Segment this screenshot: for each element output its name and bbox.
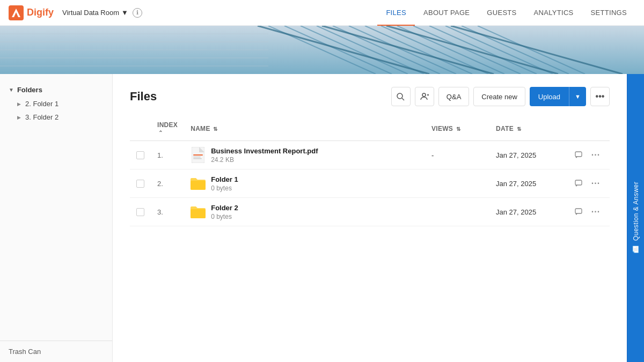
- col-header-check: [130, 117, 151, 141]
- vdr-selector[interactable]: Virtual Data Room ▼: [62, 9, 128, 17]
- invite-button[interactable]: [415, 87, 434, 106]
- row-views-cell: [425, 169, 489, 198]
- row-more-button[interactable]: ···: [588, 147, 603, 162]
- row-views-cell: -: [425, 141, 489, 169]
- file-size: 0 bytes: [211, 213, 238, 220]
- svg-rect-34: [193, 158, 202, 159]
- hero-image: [0, 26, 644, 74]
- nav-link-about[interactable]: ABOUT PAGE: [415, 0, 478, 26]
- row-comment-button[interactable]: [571, 204, 586, 219]
- qa-side-panel[interactable]: 📄 Question & Answer: [627, 74, 644, 362]
- sort-icon: ⇅: [213, 126, 217, 132]
- col-header-date[interactable]: DATE ⇅: [489, 117, 565, 141]
- row-index-cell: 3.: [151, 198, 184, 226]
- row-checkbox[interactable]: [136, 208, 144, 216]
- search-icon: [397, 93, 405, 101]
- row-checkbox[interactable]: [136, 151, 144, 159]
- svg-rect-33: [193, 157, 201, 158]
- more-options-button[interactable]: •••: [590, 87, 610, 106]
- row-actions-cell: ···: [565, 198, 610, 226]
- sidebar-item-folder1[interactable]: ▶ 2. Folder 1: [0, 97, 112, 110]
- svg-rect-36: [191, 181, 206, 190]
- upload-dropdown-button[interactable]: ▼: [569, 87, 586, 106]
- content-area: Files Q&A Creat: [113, 74, 627, 362]
- sidebar-folder2-label: 3. Folder 2: [25, 113, 58, 121]
- col-header-index[interactable]: INDEX ⌃: [151, 117, 184, 141]
- chevron-down-icon: ▼: [9, 87, 14, 93]
- file-type-icon: [191, 203, 206, 220]
- row-comment-button[interactable]: [571, 176, 586, 191]
- row-date-cell: Jan 27, 2025: [489, 169, 565, 198]
- row-checkbox-cell: [130, 169, 151, 198]
- row-checkbox[interactable]: [136, 180, 144, 188]
- upload-button-group: Upload ▼: [530, 87, 586, 106]
- file-date: Jan 27, 2025: [496, 180, 536, 188]
- sidebar-item-folder2[interactable]: ▶ 3. Folder 2: [0, 110, 112, 124]
- create-new-button[interactable]: Create new: [473, 87, 525, 106]
- add-user-icon: [420, 93, 429, 100]
- nav-links: FILES ABOUT PAGE GUESTS ANALYTICS SETTIN…: [377, 0, 635, 26]
- sort-icon: ⇅: [517, 126, 521, 132]
- nav-link-guests[interactable]: GUESTS: [478, 0, 525, 26]
- svg-point-26: [397, 93, 402, 99]
- file-type-icon: [191, 175, 206, 192]
- row-actions-cell: ···: [565, 169, 610, 198]
- row-index-cell: 1.: [151, 141, 184, 169]
- file-info: Folder 1 0 bytes: [191, 175, 419, 192]
- file-info: Business Investment Report.pdf 24.2 KB: [191, 146, 419, 164]
- row-more-button[interactable]: ···: [588, 176, 603, 191]
- table-row: 2. Folder 1 0 bytes Jan 27, 2025: [130, 169, 610, 198]
- file-name[interactable]: Business Investment Report.pdf: [211, 147, 318, 155]
- view-count: -: [431, 151, 434, 159]
- sidebar-folders-header[interactable]: ▼ Folders: [0, 83, 112, 97]
- svg-line-27: [402, 98, 404, 100]
- svg-rect-35: [575, 152, 582, 157]
- info-icon[interactable]: ℹ: [133, 8, 142, 18]
- nav-link-analytics[interactable]: ANALYTICS: [525, 0, 582, 26]
- col-header-name[interactable]: NAME ⇅: [184, 117, 425, 141]
- file-name[interactable]: Folder 1: [211, 175, 238, 183]
- svg-rect-37: [575, 180, 582, 185]
- table-row: 3. Folder 2 0 bytes Jan 27, 2025: [130, 198, 610, 226]
- files-actions: Q&A Create new Upload ▼ •••: [391, 87, 610, 106]
- sort-icon: ⇅: [456, 126, 460, 132]
- qa-panel-label[interactable]: 📄 Question & Answer: [632, 182, 640, 254]
- search-button[interactable]: [391, 87, 411, 106]
- row-index-cell: 2.: [151, 169, 184, 198]
- file-size: 0 bytes: [211, 184, 238, 192]
- main-layout: ▼ Folders ▶ 2. Folder 1 ▶ 3. Folder 2 Tr…: [0, 74, 644, 362]
- sidebar: ▼ Folders ▶ 2. Folder 1 ▶ 3. Folder 2 Tr…: [0, 74, 113, 362]
- svg-rect-39: [575, 209, 582, 213]
- brand-logo[interactable]: Digify: [9, 5, 54, 20]
- file-name[interactable]: Folder 2: [211, 204, 238, 212]
- nav-link-files[interactable]: FILES: [377, 0, 415, 26]
- files-table: INDEX ⌃ NAME ⇅ VIEWS ⇅ DATE ⇅: [130, 117, 610, 226]
- files-header: Files Q&A Creat: [130, 87, 610, 106]
- row-more-button[interactable]: ···: [588, 204, 603, 219]
- folder-icon: [191, 177, 206, 190]
- comment-icon: [575, 180, 582, 187]
- top-navigation: Digify Virtual Data Room ▼ ℹ FILES ABOUT…: [0, 0, 644, 26]
- file-size: 24.2 KB: [211, 156, 318, 164]
- sidebar-folder1-label: 2. Folder 1: [25, 100, 58, 108]
- row-checkbox-cell: [130, 141, 151, 169]
- row-date-cell: Jan 27, 2025: [489, 198, 565, 226]
- ellipsis-icon: ···: [591, 207, 600, 217]
- file-date: Jan 27, 2025: [496, 208, 536, 216]
- logo-icon: [9, 5, 24, 20]
- row-comment-button[interactable]: [571, 147, 586, 162]
- sidebar-trash[interactable]: Trash Can: [0, 341, 112, 362]
- page-title: Files: [130, 90, 391, 104]
- svg-point-28: [422, 93, 426, 97]
- qa-button[interactable]: Q&A: [438, 87, 469, 106]
- nav-link-settings[interactable]: SETTINGS: [582, 0, 635, 26]
- comment-icon: [575, 208, 582, 216]
- col-header-views[interactable]: VIEWS ⇅: [425, 117, 489, 141]
- upload-button[interactable]: Upload: [530, 87, 569, 106]
- comment-icon: [575, 151, 582, 159]
- file-details: Folder 1 0 bytes: [211, 175, 238, 192]
- chevron-right-icon: ▶: [17, 101, 21, 107]
- svg-rect-32: [193, 154, 203, 156]
- chevron-down-icon: ▼: [121, 9, 128, 17]
- file-details: Folder 2 0 bytes: [211, 204, 238, 220]
